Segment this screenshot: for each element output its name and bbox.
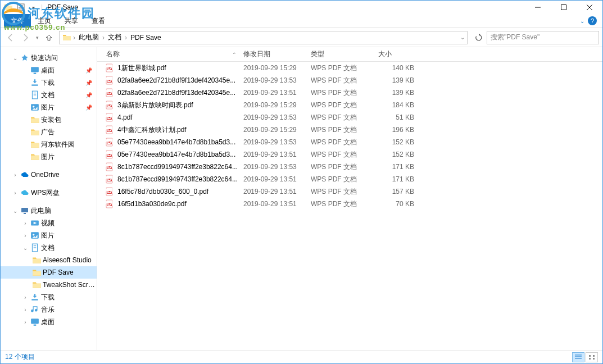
item-count: 12 个项目: [5, 352, 35, 362]
tab-share[interactable]: 共享: [58, 14, 85, 28]
pdf-icon: PDF: [105, 199, 114, 208]
breadcrumb[interactable]: 此电脑: [76, 33, 101, 42]
file-size: 171 KB: [376, 163, 421, 171]
pdf-icon: PDF: [105, 101, 114, 110]
file-date: 2019-09-29 13:53: [241, 76, 309, 84]
chevron-icon[interactable]: ›: [22, 220, 29, 226]
chevron-right-icon[interactable]: ›: [12, 172, 19, 178]
sidebar-item[interactable]: ›图片: [1, 229, 97, 242]
file-tab[interactable]: 文件: [4, 14, 31, 28]
search-input[interactable]: 搜索"PDF Save": [487, 31, 599, 44]
folder-icon: [32, 268, 41, 277]
tab-view[interactable]: 查看: [85, 14, 112, 28]
column-date[interactable]: 修改日期: [241, 49, 309, 59]
sidebar-item[interactable]: ›音乐: [1, 303, 97, 316]
qat-dropdown-icon[interactable]: ▾: [29, 3, 38, 12]
status-bar: 12 个项目: [1, 350, 602, 363]
chevron-icon[interactable]: ›: [22, 319, 29, 325]
file-name: 02fa8a6ee2d721b8df9f13def420345e...: [117, 76, 235, 84]
sidebar-item[interactable]: 下载📌: [1, 76, 97, 89]
sidebar-item[interactable]: ›桌面: [1, 316, 97, 328]
pdf-icon: PDF: [105, 125, 114, 134]
chevron-down-icon[interactable]: ⌄: [460, 34, 465, 40]
forward-button[interactable]: [19, 31, 32, 44]
sidebar-item[interactable]: 图片📌: [1, 101, 97, 113]
desktop-icon: [30, 317, 39, 326]
file-row[interactable]: PDF16f5c78d7dbb030c_600_0.pdf2019-09-29 …: [97, 185, 602, 198]
file-row[interactable]: PDF16f5d1b3a030de9c.pdf2019-09-29 13:51W…: [97, 198, 602, 210]
refresh-button[interactable]: [472, 31, 486, 44]
sidebar-item[interactable]: TweakShot Screen Capture: [1, 279, 97, 291]
file-size: 196 KB: [376, 126, 421, 134]
file-date: 2019-09-29 13:51: [241, 175, 309, 183]
file-row[interactable]: PDF02fa8a6ee2d721b8df9f13def420345e...20…: [97, 87, 602, 99]
details-view-button[interactable]: [572, 352, 584, 362]
file-row[interactable]: PDF02fa8a6ee2d721b8df9f13def420345e...20…: [97, 74, 602, 87]
sidebar-item[interactable]: Aiseesoft Studio: [1, 254, 97, 266]
close-button[interactable]: [577, 1, 602, 14]
file-row[interactable]: PDF4.pdf2019-09-29 13:53WPS PDF 文档51 KB: [97, 111, 602, 124]
chevron-right-icon[interactable]: ›: [72, 34, 76, 42]
file-row[interactable]: PDF8c1b787eccd991949743ff2e3b822c64...20…: [97, 161, 602, 173]
chevron-icon[interactable]: ›: [22, 307, 29, 313]
address-bar[interactable]: › 此电脑 › 文档 › PDF Save ⌄: [59, 31, 468, 44]
breadcrumb[interactable]: 文档: [106, 33, 124, 42]
pin-icon: 📌: [85, 80, 92, 86]
chevron-icon[interactable]: ›: [22, 294, 29, 301]
file-type: WPS PDF 文档: [309, 101, 376, 110]
file-type: WPS PDF 文档: [309, 76, 376, 85]
sidebar-quick-access[interactable]: ⌄ 快速访问: [1, 52, 97, 64]
chevron-icon[interactable]: ⌄: [22, 245, 29, 251]
column-size[interactable]: 大小: [376, 49, 421, 59]
chevron-right-icon[interactable]: ›: [124, 34, 128, 42]
up-button[interactable]: [42, 31, 56, 44]
tab-home[interactable]: 主页: [31, 14, 58, 28]
sidebar-this-pc[interactable]: ⌄ 此电脑: [1, 204, 97, 217]
back-button[interactable]: [4, 31, 17, 44]
properties-icon[interactable]: [16, 3, 25, 12]
maximize-button[interactable]: [551, 1, 577, 14]
svg-text:PDF: PDF: [105, 113, 114, 121]
chevron-down-icon[interactable]: ⌄: [12, 208, 19, 214]
file-type: WPS PDF 文档: [309, 125, 376, 135]
icons-view-button[interactable]: [586, 352, 598, 362]
file-row[interactable]: PDF8c1b787eccd991949743ff2e3b822c64...20…: [97, 173, 602, 185]
recent-dropdown[interactable]: ▾: [33, 31, 41, 44]
sidebar-item[interactable]: 广告: [1, 126, 97, 138]
chevron-down-icon[interactable]: ⌄: [12, 55, 19, 61]
file-row[interactable]: PDF4中鑫汇科放映计划.pdf2019-09-29 15:29WPS PDF …: [97, 124, 602, 136]
sidebar-item[interactable]: 图片: [1, 151, 97, 163]
sidebar-item[interactable]: ›下载: [1, 291, 97, 303]
sidebar-onedrive[interactable]: › OneDrive: [1, 169, 97, 181]
sidebar-item[interactable]: PDF Save: [1, 266, 97, 279]
help-icon[interactable]: ?: [588, 16, 597, 25]
chevron-icon[interactable]: ›: [22, 233, 29, 239]
sidebar-item[interactable]: ⌄文档: [1, 242, 97, 254]
svg-rect-68: [589, 358, 591, 360]
sidebar-wps[interactable]: › WPS网盘: [1, 186, 97, 199]
sidebar-item[interactable]: ›视频: [1, 217, 97, 229]
sidebar-item[interactable]: 桌面📌: [1, 64, 97, 76]
file-row[interactable]: PDF05e77430eea9bb147e4b7d8b1ba5d3...2019…: [97, 148, 602, 161]
file-row[interactable]: PDF1新世界影城.pdf2019-09-29 15:29WPS PDF 文档1…: [97, 62, 602, 74]
sidebar-item[interactable]: 河东软件园: [1, 138, 97, 151]
minimize-button[interactable]: [525, 1, 551, 14]
cloud-icon: [20, 170, 29, 179]
folder-icon: [62, 33, 72, 43]
file-date: 2019-09-29 13:51: [241, 188, 309, 195]
file-row[interactable]: PDF05e77430eea9bb147e4b7d8b1ba5d3...2019…: [97, 136, 602, 148]
file-row[interactable]: PDF3鼎新影片放映时间表.pdf2019-09-29 15:29WPS PDF…: [97, 99, 602, 111]
file-list: PDF1新世界影城.pdf2019-09-29 15:29WPS PDF 文档1…: [97, 62, 602, 350]
sidebar-item[interactable]: 文档📌: [1, 89, 97, 101]
file-date: 2019-09-29 13:53: [241, 113, 309, 121]
column-name[interactable]: 名称 ⌃: [97, 49, 241, 59]
chevron-right-icon[interactable]: ›: [101, 34, 106, 42]
sidebar-item[interactable]: 安装包: [1, 113, 97, 126]
sort-asc-icon: ⌃: [232, 52, 237, 57]
chevron-right-icon[interactable]: ›: [12, 190, 19, 196]
column-type[interactable]: 类型: [309, 49, 376, 59]
ribbon-expand-icon[interactable]: ⌄: [580, 18, 584, 24]
breadcrumb[interactable]: PDF Save: [128, 34, 164, 42]
file-date: 2019-09-29 15:29: [241, 64, 309, 72]
svg-rect-67: [593, 355, 595, 357]
